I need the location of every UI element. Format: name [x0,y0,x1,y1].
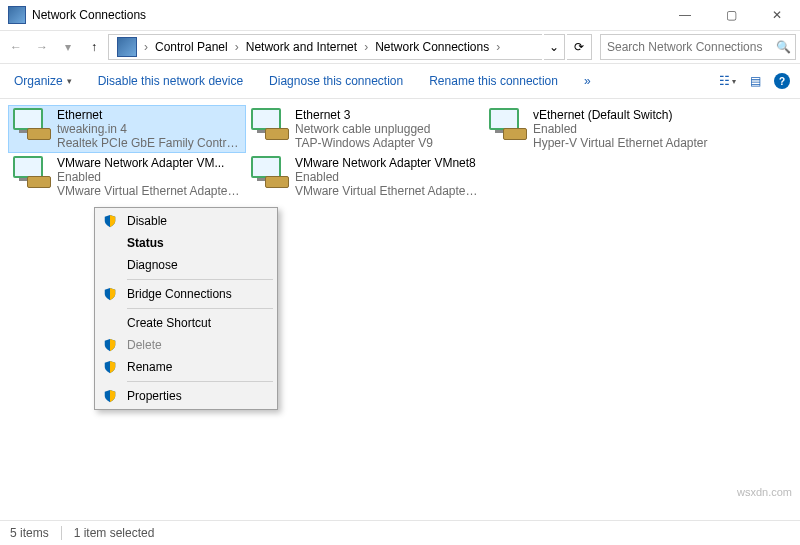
menu-label: Status [127,236,164,250]
chevron-right-icon[interactable]: › [493,40,503,54]
menu-bridge[interactable]: Bridge Connections [97,283,275,305]
shield-icon [103,389,117,403]
shield-icon [103,214,117,228]
adapter-status: Network cable unplugged [295,122,433,136]
preview-pane-button[interactable]: ▤ [746,72,764,90]
up-button[interactable]: ↑ [82,35,106,59]
breadcrumb-network-internet[interactable]: Network and Internet [242,40,361,54]
adapter-name: Ethernet [57,108,243,122]
more-commands-button[interactable]: » [580,71,595,91]
maximize-button[interactable]: ▢ [708,0,754,30]
adapter-status: Enabled [57,170,243,184]
back-button[interactable]: ← [4,35,28,59]
title-bar: Network Connections — ▢ ✕ [0,0,800,31]
adapter-vmware-1[interactable]: VMware Network Adapter VM... Enabled VMw… [8,153,246,201]
network-adapter-icon [249,108,289,146]
adapter-status: Enabled [295,170,481,184]
status-selected-count: 1 item selected [74,526,155,540]
nav-bar: ← → ▾ ↑ › Control Panel › Network and In… [0,31,800,64]
network-adapter-icon [11,156,51,194]
menu-label: Bridge Connections [127,287,232,301]
separator [61,526,62,540]
command-bar: Organize ▾ Disable this network device D… [0,64,800,99]
diagnose-button[interactable]: Diagnose this connection [265,71,407,91]
view-icon: ☷ [719,74,730,88]
address-bar[interactable]: › Control Panel › Network and Internet ›… [108,34,542,60]
disable-device-button[interactable]: Disable this network device [94,71,247,91]
organize-button[interactable]: Organize ▾ [10,71,76,91]
address-dropdown[interactable]: ⌄ [544,34,565,60]
adapter-vethernet[interactable]: vEthernet (Default Switch) Enabled Hyper… [484,105,722,153]
adapter-status: tweaking.in 4 [57,122,243,136]
search-box[interactable]: 🔍 [600,34,796,60]
status-bar: 5 items 1 item selected [0,520,800,545]
menu-disable[interactable]: Disable [97,210,275,232]
adapter-name: Ethernet 3 [295,108,433,122]
adapter-device: Hyper-V Virtual Ethernet Adapter [533,136,708,150]
organize-label: Organize [14,74,63,88]
adapter-name: VMware Network Adapter VMnet8 [295,156,481,170]
adapter-device: VMware Virtual Ethernet Adapter ... [57,184,243,198]
adapter-device: Realtek PCIe GbE Family Controller [57,136,243,150]
menu-label: Disable [127,214,167,228]
shield-icon [103,338,117,352]
menu-separator [127,279,273,280]
view-options-button[interactable]: ☷ ▾ [718,72,736,90]
recent-dropdown[interactable]: ▾ [56,35,80,59]
chevron-right-icon[interactable]: › [232,40,242,54]
chevron-right-icon[interactable]: › [361,40,371,54]
menu-create-shortcut[interactable]: Create Shortcut [97,312,275,334]
network-adapter-icon [249,156,289,194]
adapter-ethernet[interactable]: Ethernet tweaking.in 4 Realtek PCIe GbE … [8,105,246,153]
help-button[interactable]: ? [774,73,790,89]
minimize-button[interactable]: — [662,0,708,30]
menu-delete[interactable]: Delete [97,334,275,356]
context-menu: Disable Status Diagnose Bridge Connectio… [94,207,278,410]
adapter-status: Enabled [533,122,708,136]
close-button[interactable]: ✕ [754,0,800,30]
chevron-right-icon[interactable]: › [141,40,151,54]
menu-label: Create Shortcut [127,316,211,330]
adapter-name: vEthernet (Default Switch) [533,108,708,122]
adapter-device: TAP-Windows Adapter V9 [295,136,433,150]
status-item-count: 5 items [10,526,49,540]
window-title: Network Connections [32,8,146,22]
adapter-vmware-8[interactable]: VMware Network Adapter VMnet8 Enabled VM… [246,153,484,201]
search-icon: 🔍 [776,40,791,54]
content-area[interactable]: Ethernet tweaking.in 4 Realtek PCIe GbE … [0,99,800,526]
shield-icon [103,360,117,374]
network-adapter-icon [487,108,527,146]
menu-separator [127,381,273,382]
adapter-name: VMware Network Adapter VM... [57,156,243,170]
menu-separator [127,308,273,309]
adapter-device: VMware Virtual Ethernet Adapter ... [295,184,481,198]
forward-button[interactable]: → [30,35,54,59]
menu-label: Properties [127,389,182,403]
breadcrumb-control-panel[interactable]: Control Panel [151,40,232,54]
rename-button[interactable]: Rename this connection [425,71,562,91]
menu-rename[interactable]: Rename [97,356,275,378]
chevron-down-icon: ▾ [67,76,72,86]
menu-label: Diagnose [127,258,178,272]
chevron-down-icon: ▾ [732,77,736,86]
watermark: wsxdn.com [737,486,792,498]
breadcrumb-network-connections[interactable]: Network Connections [371,40,493,54]
adapter-ethernet-3[interactable]: Ethernet 3 Network cable unplugged TAP-W… [246,105,484,153]
network-adapter-icon [11,108,51,146]
address-icon [117,37,137,57]
menu-diagnose[interactable]: Diagnose [97,254,275,276]
menu-properties[interactable]: Properties [97,385,275,407]
shield-icon [103,287,117,301]
refresh-button[interactable]: ⟳ [567,34,592,60]
menu-status[interactable]: Status [97,232,275,254]
app-icon [8,6,26,24]
search-input[interactable] [605,39,776,55]
menu-label: Rename [127,360,172,374]
menu-label: Delete [127,338,162,352]
